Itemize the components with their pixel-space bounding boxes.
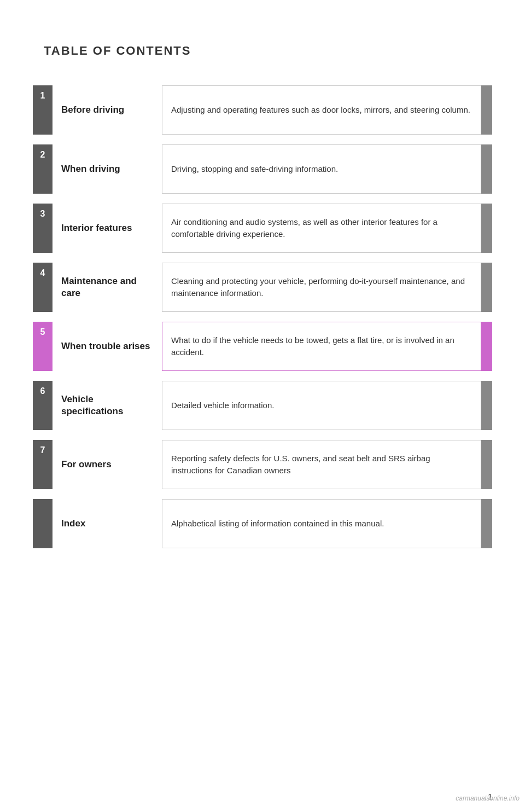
entry-desc: What to do if the vehicle needs to be to… xyxy=(171,334,472,359)
entry-number: 5 xyxy=(40,327,45,337)
entry-right-bar xyxy=(481,499,492,548)
toc-entry-maintenance-care[interactable]: 4Maintenance and careCleaning and protec… xyxy=(33,263,492,312)
entry-title-block: Index xyxy=(52,499,162,548)
entry-title: When trouble arises xyxy=(61,340,150,352)
entry-desc-wrapper: Alphabetical listing of information cont… xyxy=(162,499,481,548)
entry-title: When driving xyxy=(61,163,120,175)
entry-number-block: 4 xyxy=(33,263,52,312)
entry-title-block: When trouble arises xyxy=(52,322,162,371)
entry-number: 3 xyxy=(40,209,45,219)
entry-desc-wrapper: Detailed vehicle information. xyxy=(162,381,481,430)
entry-number: 7 xyxy=(40,445,45,455)
entry-number-block: 3 xyxy=(33,204,52,253)
entry-desc: Air conditioning and audio systems, as w… xyxy=(171,216,472,241)
entry-right-bar xyxy=(481,322,492,371)
entry-title: Index xyxy=(61,518,85,530)
entry-right-bar xyxy=(481,85,492,135)
entry-number-block xyxy=(33,499,52,548)
entry-number-block: 5 xyxy=(33,322,52,371)
entry-title: For owners xyxy=(61,459,112,471)
entry-number: 2 xyxy=(40,150,45,160)
entry-right-bar xyxy=(481,204,492,253)
entry-right-bar xyxy=(481,144,492,194)
entry-desc-wrapper: Reporting safety defects for U.S. owners… xyxy=(162,440,481,489)
toc-entries: 1Before drivingAdjusting and operating f… xyxy=(33,85,492,548)
entry-desc: Driving, stopping and safe-driving infor… xyxy=(171,163,338,176)
entry-number-block: 1 xyxy=(33,85,52,135)
entry-title: Before driving xyxy=(61,104,124,116)
toc-entry-interior-features[interactable]: 3Interior featuresAir conditioning and a… xyxy=(33,204,492,253)
entry-desc: Detailed vehicle information. xyxy=(171,399,274,412)
toc-entry-vehicle-specifications[interactable]: 6Vehicle specificationsDetailed vehicle … xyxy=(33,381,492,430)
entry-right-bar xyxy=(481,381,492,430)
entry-number: 4 xyxy=(40,268,45,278)
entry-desc: Alphabetical listing of information cont… xyxy=(171,518,384,530)
entry-title: Interior features xyxy=(61,222,132,234)
toc-entry-before-driving[interactable]: 1Before drivingAdjusting and operating f… xyxy=(33,85,492,135)
entry-title-block: Vehicle specifications xyxy=(52,381,162,430)
entry-desc-wrapper: Air conditioning and audio systems, as w… xyxy=(162,204,481,253)
entry-number: 1 xyxy=(40,91,45,101)
entry-desc: Reporting safety defects for U.S. owners… xyxy=(171,453,472,477)
entry-desc-wrapper: What to do if the vehicle needs to be to… xyxy=(162,322,481,371)
watermark: carmanualsonline.info xyxy=(405,790,525,807)
watermark-text: carmanualsonline.info xyxy=(456,794,520,802)
entry-right-bar xyxy=(481,263,492,312)
toc-entry-when-driving[interactable]: 2When drivingDriving, stopping and safe-… xyxy=(33,144,492,194)
page-title: TABLE OF CONTENTS xyxy=(44,44,492,58)
entry-title: Maintenance and care xyxy=(61,275,153,299)
entry-right-bar xyxy=(481,440,492,489)
entry-number: 6 xyxy=(40,386,45,396)
entry-title-block: When driving xyxy=(52,144,162,194)
entry-desc-wrapper: Cleaning and protecting your vehicle, pe… xyxy=(162,263,481,312)
entry-number-block: 7 xyxy=(33,440,52,489)
toc-entry-when-trouble-arises[interactable]: 5When trouble arisesWhat to do if the ve… xyxy=(33,322,492,371)
entry-desc-wrapper: Adjusting and operating features such as… xyxy=(162,85,481,135)
toc-entry-index[interactable]: IndexAlphabetical listing of information… xyxy=(33,499,492,548)
entry-title-block: Maintenance and care xyxy=(52,263,162,312)
entry-title-block: Before driving xyxy=(52,85,162,135)
entry-title: Vehicle specifications xyxy=(61,393,153,417)
toc-entry-for-owners[interactable]: 7For ownersReporting safety defects for … xyxy=(33,440,492,489)
entry-number-block: 2 xyxy=(33,144,52,194)
entry-desc: Adjusting and operating features such as… xyxy=(171,104,470,117)
entry-desc: Cleaning and protecting your vehicle, pe… xyxy=(171,275,472,300)
entry-number-block: 6 xyxy=(33,381,52,430)
entry-desc-wrapper: Driving, stopping and safe-driving infor… xyxy=(162,144,481,194)
entry-title-block: Interior features xyxy=(52,204,162,253)
entry-title-block: For owners xyxy=(52,440,162,489)
